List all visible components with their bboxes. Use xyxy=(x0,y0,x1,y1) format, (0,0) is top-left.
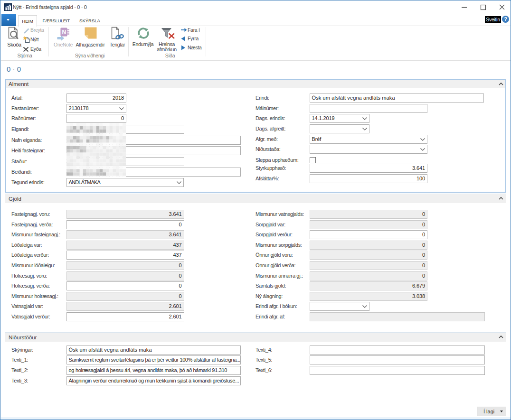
svg-text:N: N xyxy=(62,29,66,36)
